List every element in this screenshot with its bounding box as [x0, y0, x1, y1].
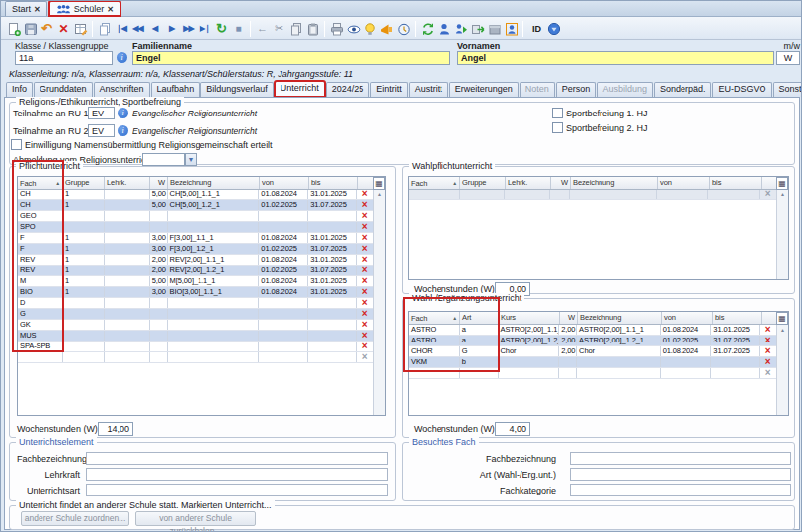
table-cell[interactable]: 31.01.2025 [308, 287, 357, 297]
id-help-icon[interactable] [545, 20, 562, 38]
table-row[interactable]: GEO [18, 211, 373, 222]
table-row[interactable] [18, 352, 373, 363]
table-cell[interactable] [308, 309, 357, 319]
table-cell[interactable] [259, 309, 308, 319]
column-header-fach[interactable]: Fach [409, 177, 460, 189]
delete-row-icon[interactable] [760, 190, 776, 199]
scroll-up-icon[interactable] [777, 325, 788, 333]
unterrichtsart-field[interactable] [86, 484, 388, 496]
sportbefreiung1-checkbox[interactable] [552, 108, 563, 118]
andere-schule-zurueckholen-button[interactable]: von anderer Schule zurückholen... [135, 511, 256, 526]
tab-laufbahn[interactable]: Laufbahn [151, 82, 200, 97]
table-cell[interactable]: F[3,00]_1.2_1 [168, 244, 260, 254]
table-cell[interactable] [105, 190, 150, 199]
delete-row-icon[interactable] [357, 255, 373, 265]
delete-row-icon[interactable] [357, 342, 373, 351]
table-cell[interactable] [63, 309, 105, 319]
column-header-von[interactable]: von [260, 177, 309, 189]
stop-icon[interactable]: ■ [230, 20, 247, 38]
table-cell[interactable] [259, 331, 308, 341]
table-cell[interactable]: CH [18, 190, 63, 199]
wahlerg-sum-field[interactable]: 4,00 [495, 422, 530, 436]
table-cell[interactable] [570, 190, 657, 199]
table-cell[interactable]: BIO[3,00]_1.1_1 [168, 287, 260, 297]
column-header-lehrk[interactable]: Lehrk. [506, 177, 551, 189]
table-cell[interactable]: ASTRO[2,00]_1.2_1 [577, 336, 661, 345]
column-header-bis[interactable]: bis [710, 177, 762, 189]
tab-person[interactable]: Person [556, 82, 597, 97]
delete-row-icon[interactable] [760, 325, 776, 335]
pflicht-sum-field[interactable]: 14,00 [98, 422, 133, 436]
close-icon[interactable] [34, 4, 40, 14]
table-cell[interactable]: 3,00 [150, 233, 168, 243]
table-cell[interactable] [308, 342, 357, 351]
sportbefreiung2-checkbox[interactable] [552, 122, 563, 133]
tab-sonstiges[interactable]: Sonstiges [773, 82, 802, 97]
table-cell[interactable] [105, 298, 150, 308]
nav-first-icon[interactable]: ❘◀ [113, 20, 129, 38]
table-cell[interactable] [105, 331, 150, 341]
notify-horn-icon[interactable] [378, 20, 395, 38]
table-cell[interactable] [577, 368, 661, 378]
save-record-icon[interactable] [22, 20, 39, 38]
tab-eintritt[interactable]: Eintritt [370, 82, 408, 97]
delete-row-icon[interactable] [357, 244, 373, 254]
delete-row-icon[interactable] [760, 336, 776, 345]
tab-sonderpäd-[interactable]: Sonderpäd. [654, 82, 712, 97]
table-cell[interactable] [63, 211, 105, 221]
table-cell[interactable]: 1 [63, 266, 105, 275]
table-cell[interactable]: 1 [63, 244, 105, 254]
table-row[interactable]: GK [18, 320, 373, 331]
table-cell[interactable]: BIO [18, 287, 63, 297]
table-row[interactable]: G [18, 309, 373, 320]
history-clock-icon[interactable] [395, 20, 412, 38]
table-cell[interactable] [150, 331, 168, 341]
nav-prev-fast-icon[interactable]: ◀◀ [129, 20, 146, 38]
tab-grunddaten[interactable]: Grunddaten [34, 82, 93, 97]
column-header-bis[interactable]: bis [713, 312, 762, 324]
column-config-button[interactable] [776, 177, 788, 190]
table-cell[interactable] [18, 352, 63, 362]
table-cell[interactable] [63, 298, 105, 308]
column-header-w[interactable]: W [551, 177, 571, 189]
table-cell[interactable]: CH[5,00]_1.2_1 [168, 200, 260, 210]
table-cell[interactable] [308, 352, 357, 362]
table-cell[interactable] [168, 352, 260, 362]
table-cell[interactable]: 01.08.2024 [259, 276, 308, 286]
table-cell[interactable]: 01.08.2024 [661, 346, 712, 356]
table-cell[interactable] [168, 342, 260, 351]
cut-icon[interactable]: ✂ [271, 20, 287, 38]
table-cell[interactable]: 1 [63, 233, 105, 243]
table-cell[interactable] [259, 298, 308, 308]
table-cell[interactable] [63, 352, 105, 362]
window-tab-schueler[interactable]: Schüler [49, 1, 120, 16]
table-cell[interactable] [150, 320, 168, 330]
delete-row-icon[interactable] [357, 190, 373, 199]
table-cell[interactable] [577, 357, 661, 367]
table-row[interactable]: F13,00F[3,00]_1.2_101.02.202531.07.2025 [18, 244, 373, 255]
delete-row-icon[interactable] [357, 309, 373, 319]
vornamen-field[interactable]: Angel [457, 51, 774, 65]
column-header-w[interactable]: W [560, 312, 578, 324]
new-record-icon[interactable] [5, 20, 22, 38]
column-header-art[interactable]: Art [460, 312, 499, 324]
close-icon[interactable] [107, 4, 114, 14]
table-cell[interactable]: F [18, 233, 63, 243]
table-cell[interactable]: 31.01.2025 [711, 325, 760, 335]
table-cell[interactable]: 1 [63, 276, 105, 286]
nav-next-fast-icon[interactable]: ▶▶ [180, 20, 197, 38]
table-cell[interactable]: 01.02.2025 [259, 200, 308, 210]
table-row[interactable]: ASTROaASTRO[2,00]_1.1_12,00ASTRO[2,00]_1… [409, 325, 776, 336]
tab-2024-25[interactable]: 2024/25 [326, 82, 370, 97]
table-cell[interactable] [105, 233, 150, 243]
vertical-scrollbar[interactable] [776, 190, 788, 279]
column-header-bezeichnung[interactable]: Bezeichnung [571, 177, 658, 189]
copy-record-icon[interactable] [96, 20, 113, 38]
person-lock-icon[interactable] [503, 20, 520, 38]
bf-fachkategorie-field[interactable] [570, 484, 791, 496]
table-cell[interactable] [105, 255, 150, 265]
delete-row-icon[interactable] [357, 352, 373, 362]
nav-next-icon[interactable]: ▶ [163, 20, 180, 38]
export-icon[interactable] [469, 20, 486, 38]
klasse-field[interactable]: 11a [15, 51, 113, 65]
